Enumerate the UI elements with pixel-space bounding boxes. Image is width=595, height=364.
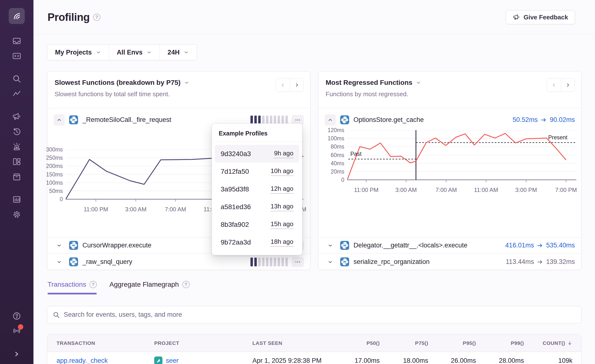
megaphone-icon bbox=[513, 14, 520, 21]
expand-sidebar-icon[interactable] bbox=[12, 349, 22, 359]
column-project[interactable]: PROJECT bbox=[145, 340, 243, 346]
ellipsis-icon bbox=[295, 117, 301, 123]
column-p50[interactable]: P50() bbox=[346, 340, 380, 346]
transaction-link[interactable]: app.ready._check bbox=[47, 357, 145, 364]
sentry-logo[interactable] bbox=[9, 8, 25, 24]
search-bar bbox=[47, 306, 581, 323]
help-icon[interactable] bbox=[12, 311, 22, 321]
prev-page-button[interactable] bbox=[276, 79, 290, 92]
issues-icon[interactable] bbox=[12, 36, 22, 46]
profile-age[interactable]: 18h ago bbox=[271, 238, 293, 247]
search-icon[interactable] bbox=[12, 74, 22, 84]
function-row: Delegator.__getattr__.<locals>.execute 4… bbox=[318, 237, 581, 253]
table-row[interactable]: app.ready._check seer Apr 1, 2025 9:28:3… bbox=[47, 352, 581, 364]
project-cell[interactable]: seer bbox=[145, 356, 243, 364]
tab-help-icon[interactable] bbox=[89, 281, 97, 288]
profile-item[interactable]: 7d12fa50 10h ago bbox=[215, 163, 299, 180]
profile-age[interactable]: 9h ago bbox=[274, 150, 293, 158]
profile-id[interactable]: 3a95d3f8 bbox=[221, 185, 249, 193]
python-icon bbox=[340, 115, 349, 124]
give-feedback-button[interactable]: Give Feedback bbox=[506, 10, 575, 24]
duration-after[interactable]: 90.02ms bbox=[550, 116, 575, 124]
chevron-down-icon[interactable] bbox=[416, 80, 421, 85]
releases-icon[interactable] bbox=[12, 172, 22, 182]
project-link[interactable]: seer bbox=[166, 357, 179, 364]
tab-help-icon[interactable] bbox=[182, 281, 190, 288]
page-help-icon[interactable] bbox=[93, 14, 100, 21]
whats-new-icon[interactable] bbox=[12, 326, 22, 336]
profile-age[interactable]: 15h ago bbox=[271, 220, 293, 229]
alerts-icon[interactable] bbox=[12, 142, 22, 152]
project-filter[interactable]: My Projects bbox=[47, 45, 109, 60]
next-page-button[interactable] bbox=[290, 79, 304, 92]
profile-id[interactable]: a581ed36 bbox=[221, 203, 251, 211]
present-label: Present bbox=[548, 134, 567, 141]
profile-item[interactable]: 9d3240a3 9h ago bbox=[215, 145, 299, 163]
profile-id[interactable]: 7d12fa50 bbox=[221, 168, 249, 175]
profile-item[interactable]: 3a95d3f8 12h ago bbox=[215, 180, 299, 198]
chevron-down-icon bbox=[184, 50, 189, 55]
stats-icon[interactable] bbox=[12, 194, 22, 205]
tab-aggregate-flamegraph[interactable]: Aggregate Flamegraph bbox=[109, 281, 189, 294]
prev-page-button[interactable] bbox=[547, 79, 561, 92]
dashboards-icon[interactable] bbox=[12, 157, 22, 167]
tab-transactions[interactable]: Transactions bbox=[48, 281, 97, 294]
function-name[interactable]: serialize_rpc_organization bbox=[354, 258, 430, 266]
expand-row-button[interactable] bbox=[325, 240, 336, 251]
profile-age[interactable]: 13h ago bbox=[271, 203, 293, 211]
expand-row-button[interactable] bbox=[325, 256, 336, 268]
profile-age[interactable]: 12h ago bbox=[271, 185, 293, 194]
profile-age[interactable]: 10h ago bbox=[271, 167, 293, 176]
settings-icon[interactable] bbox=[12, 209, 22, 220]
chevron-left-icon bbox=[280, 82, 286, 88]
p75-value: 18.00ms bbox=[380, 357, 428, 364]
profile-id[interactable]: 8b3fa902 bbox=[221, 221, 249, 229]
function-name[interactable]: _raw_snql_query bbox=[82, 258, 132, 266]
column-p95[interactable]: P95() bbox=[428, 340, 476, 346]
pagination bbox=[547, 78, 575, 92]
explore-icon[interactable] bbox=[12, 51, 22, 61]
function-row: _raw_snql_query bbox=[47, 253, 310, 270]
profile-id[interactable]: 9b72aa3d bbox=[221, 238, 251, 246]
next-page-button[interactable] bbox=[561, 79, 575, 92]
profile-id[interactable]: 9d3240a3 bbox=[221, 150, 251, 158]
collapse-row-button[interactable] bbox=[325, 114, 336, 126]
function-name[interactable]: _RemoteSiloCall._fire_request bbox=[82, 116, 171, 124]
column-last-seen[interactable]: LAST SEEN bbox=[243, 340, 346, 346]
chevron-down-icon[interactable] bbox=[184, 80, 189, 85]
column-p75[interactable]: P75() bbox=[380, 340, 428, 346]
performance-icon[interactable] bbox=[12, 89, 22, 99]
function-name[interactable]: CursorWrapper.execute bbox=[82, 242, 152, 249]
duration-after[interactable]: 535.40ms bbox=[546, 242, 575, 249]
profile-item[interactable]: 8b3fa902 15h ago bbox=[215, 216, 299, 233]
function-name[interactable]: OptionsStore.get_cache bbox=[354, 116, 424, 124]
column-transaction[interactable]: TRANSACTION bbox=[47, 340, 145, 346]
expand-row-button[interactable] bbox=[54, 256, 65, 268]
slowest-functions-title[interactable]: Slowest Functions (breakdown by P75) bbox=[55, 79, 181, 87]
line-chart[interactable] bbox=[347, 130, 576, 183]
duration-before[interactable]: 416.01ms bbox=[505, 242, 534, 249]
last-seen-value: Apr 1, 2025 9:28:38 PM bbox=[243, 357, 346, 364]
chevron-down-icon bbox=[328, 243, 333, 248]
feedback-icon[interactable] bbox=[12, 111, 22, 122]
main-content: Profiling Give Feedback My Projects All … bbox=[33, 0, 595, 364]
notification-dot bbox=[18, 324, 23, 330]
tab-label: Transactions bbox=[48, 281, 86, 288]
most-regressed-title[interactable]: Most Regressed Functions bbox=[326, 79, 412, 87]
search-input[interactable] bbox=[64, 311, 576, 318]
column-p99[interactable]: P99() bbox=[476, 340, 524, 346]
profile-item[interactable]: a581ed36 13h ago bbox=[215, 198, 299, 216]
seer-project-icon bbox=[154, 356, 162, 364]
profile-item[interactable]: 9b72aa3d 18h ago bbox=[215, 233, 299, 251]
python-icon bbox=[69, 257, 78, 266]
date-range-filter[interactable]: 24H bbox=[160, 45, 197, 60]
function-name[interactable]: Delegator.__getattr__.<locals>.execute bbox=[354, 242, 467, 249]
dropdown-title: Example Profiles bbox=[212, 124, 302, 142]
collapse-row-button[interactable] bbox=[54, 114, 65, 126]
environment-filter[interactable]: All Envs bbox=[109, 45, 160, 60]
row-options-button[interactable] bbox=[292, 257, 304, 267]
column-count[interactable]: COUNT() bbox=[524, 340, 581, 346]
replays-icon[interactable] bbox=[12, 127, 22, 137]
expand-row-button[interactable] bbox=[54, 240, 65, 251]
duration-before[interactable]: 50.52ms bbox=[513, 116, 538, 124]
